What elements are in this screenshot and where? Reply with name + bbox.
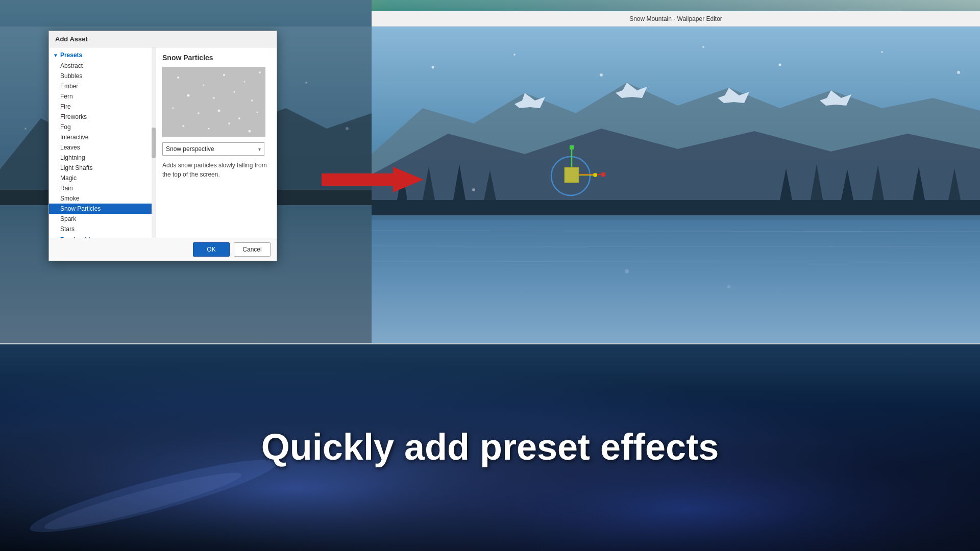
preview-image [162, 67, 265, 137]
svg-point-56 [213, 97, 215, 99]
svg-marker-69 [322, 167, 424, 192]
svg-point-43 [625, 269, 629, 273]
list-item-fog[interactable]: Fog [49, 122, 156, 132]
background: Snow Mountain - Wallpaper Editor Snow Mo… [0, 0, 980, 551]
svg-point-38 [702, 46, 704, 48]
dialog-footer: OK Cancel [49, 238, 277, 261]
list-item-light-shafts[interactable]: Light Shafts [49, 163, 156, 173]
list-item-magic[interactable]: Magic [49, 173, 156, 183]
detail-description: Adds snow particles slowly falling from … [162, 161, 271, 179]
svg-rect-71 [565, 167, 579, 183]
renderables-arrow-icon: ▼ [53, 237, 58, 238]
svg-point-67 [249, 130, 251, 133]
svg-point-51 [203, 85, 205, 86]
svg-point-66 [228, 122, 230, 124]
list-item-bubbles[interactable]: Bubbles [49, 71, 156, 81]
svg-rect-31 [372, 215, 980, 343]
presets-label: Presets [60, 52, 82, 59]
svg-point-52 [223, 74, 225, 76]
detail-title: Snow Particles [162, 54, 271, 62]
right-background [372, 27, 980, 343]
svg-point-41 [957, 71, 960, 74]
list-item-fire[interactable]: Fire [49, 102, 156, 112]
list-item-snow-particles[interactable]: Snow Particles [49, 204, 156, 214]
dialog-body: ▼ Presets Abstract Bubbles Ember Fern Fi… [49, 47, 277, 238]
right-bg-mountains [372, 27, 980, 343]
list-item-fireworks[interactable]: Fireworks [49, 112, 156, 122]
list-item-smoke[interactable]: Smoke [49, 193, 156, 204]
dropdown-value: Snow perspective [166, 145, 214, 153]
red-arrow [316, 159, 424, 200]
bottom-headline: Quickly add preset effects [261, 426, 719, 468]
list-item-lightning[interactable]: Lightning [49, 153, 156, 163]
renderables-label: Renderables [60, 236, 97, 238]
list-item-abstract[interactable]: Abstract [49, 61, 156, 71]
svg-point-59 [173, 108, 174, 109]
detail-panel: Snow Particles [156, 47, 277, 238]
svg-point-39 [779, 64, 781, 66]
svg-point-64 [182, 125, 184, 127]
asset-list-panel[interactable]: ▼ Presets Abstract Bubbles Ember Fern Fi… [49, 47, 156, 238]
svg-point-60 [198, 112, 200, 114]
svg-point-63 [257, 112, 258, 113]
list-scrollbar[interactable] [152, 47, 156, 238]
svg-point-58 [251, 99, 253, 102]
bottom-text-area: Quickly add preset effects [0, 343, 980, 551]
svg-point-42 [472, 188, 475, 191]
svg-point-50 [177, 77, 179, 79]
svg-point-37 [600, 73, 603, 77]
svg-rect-75 [601, 172, 605, 177]
cancel-button[interactable]: Cancel [234, 242, 271, 257]
list-item-leaves[interactable]: Leaves [49, 142, 156, 153]
svg-point-77 [593, 173, 597, 177]
presets-arrow-icon: ▼ [53, 53, 58, 58]
preview-svg [163, 67, 265, 137]
svg-point-40 [881, 51, 883, 53]
variant-dropdown-row: Snow perspective ▾ [162, 142, 271, 156]
dialog-title: Add Asset [49, 31, 277, 47]
list-item-fern[interactable]: Fern [49, 91, 156, 102]
svg-point-57 [234, 91, 235, 93]
transform-gizmo [540, 138, 611, 209]
variant-dropdown[interactable]: Snow perspective ▾ [162, 142, 264, 156]
svg-point-53 [244, 81, 246, 83]
chevron-down-icon: ▾ [258, 146, 261, 152]
svg-point-55 [187, 94, 190, 97]
add-asset-dialog: Add Asset ▼ Presets Abstract Bubbles Emb… [48, 31, 277, 261]
ok-button[interactable]: OK [193, 242, 230, 257]
svg-rect-73 [570, 145, 574, 149]
svg-point-44 [727, 285, 731, 289]
list-scroll-thumb[interactable] [152, 128, 156, 158]
list-item-interactive[interactable]: Interactive [49, 132, 156, 142]
list-item-ember[interactable]: Ember [49, 81, 156, 91]
svg-point-54 [259, 71, 261, 73]
list-item-stars[interactable]: Stars [49, 224, 156, 234]
svg-point-61 [218, 110, 220, 112]
svg-point-35 [432, 66, 434, 69]
list-item-rain[interactable]: Rain [49, 183, 156, 193]
list-item-spark[interactable]: Spark [49, 214, 156, 224]
presets-section-header[interactable]: ▼ Presets [49, 49, 156, 61]
svg-point-65 [208, 128, 210, 130]
title-right-text: Snow Mountain - Wallpaper Editor [629, 15, 722, 22]
svg-point-62 [238, 117, 240, 119]
renderables-section-header[interactable]: ▼ Renderables [49, 234, 156, 238]
title-bar-right: Snow Mountain - Wallpaper Editor [372, 11, 980, 27]
svg-point-36 [513, 54, 516, 56]
